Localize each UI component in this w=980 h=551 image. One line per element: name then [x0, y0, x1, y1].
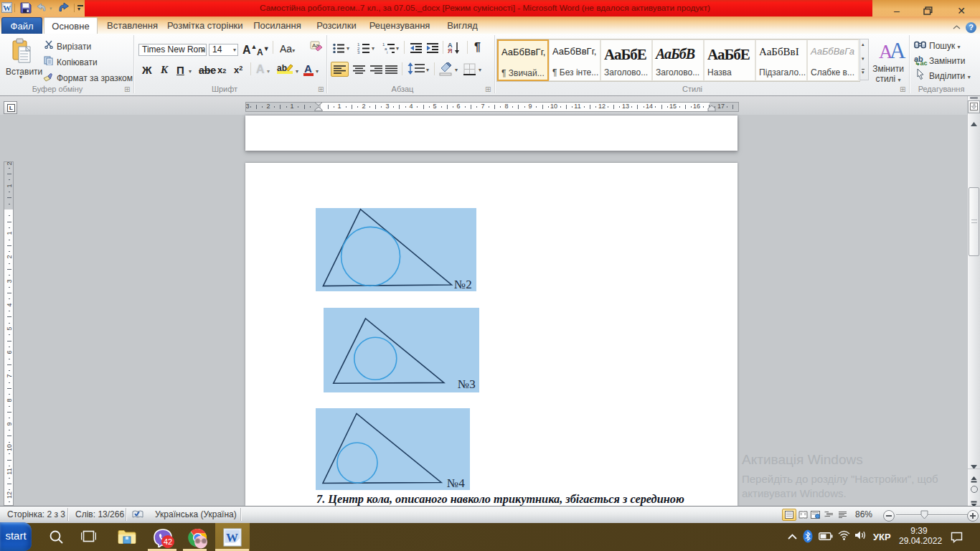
- svg-text:W: W: [226, 531, 238, 545]
- svg-text:№2: №2: [454, 278, 472, 291]
- svg-text:W: W: [3, 4, 11, 12]
- svg-text:i: i: [387, 50, 387, 54]
- svg-text:№3: №3: [458, 377, 476, 391]
- svg-text:№4: №4: [447, 476, 465, 490]
- svg-text:3: 3: [357, 50, 360, 54]
